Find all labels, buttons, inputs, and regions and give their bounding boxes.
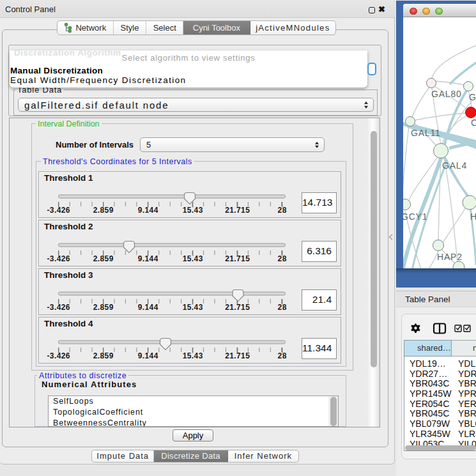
- svg-text:-3.426: -3.426: [47, 303, 70, 312]
- svg-text:21.715: 21.715: [225, 303, 250, 312]
- svg-text:9.144: 9.144: [138, 303, 158, 312]
- svg-text:GAL4: GAL4: [442, 160, 467, 171]
- svg-text:9.144: 9.144: [138, 351, 158, 360]
- svg-text:28: 28: [278, 351, 287, 360]
- svg-text:-3.426: -3.426: [47, 351, 70, 360]
- svg-text:9.144: 9.144: [138, 254, 158, 263]
- svg-text:GCY1: GCY1: [403, 211, 427, 222]
- svg-text:28: 28: [278, 206, 287, 215]
- svg-text:GAL11: GAL11: [411, 128, 441, 138]
- svg-text:2.859: 2.859: [93, 254, 114, 263]
- svg-text:21.715: 21.715: [225, 254, 250, 263]
- svg-text:21.715: 21.715: [225, 351, 250, 360]
- svg-text:28: 28: [278, 254, 287, 263]
- svg-text:15.43: 15.43: [183, 303, 203, 312]
- svg-text:2.859: 2.859: [93, 351, 114, 360]
- svg-text:15.43: 15.43: [183, 206, 203, 215]
- svg-text:GA: GA: [469, 92, 476, 102]
- svg-text:2.859: 2.859: [93, 303, 114, 312]
- svg-text:GAL80: GAL80: [431, 89, 462, 99]
- svg-text:2.859: 2.859: [93, 206, 114, 215]
- svg-text:9.144: 9.144: [138, 206, 158, 215]
- svg-text:28: 28: [278, 303, 287, 312]
- svg-text:HAP2: HAP2: [437, 252, 463, 262]
- svg-text:15.43: 15.43: [183, 351, 203, 360]
- svg-text:-3.426: -3.426: [47, 206, 70, 215]
- svg-text:-3.426: -3.426: [47, 254, 70, 263]
- svg-text:H: H: [470, 211, 476, 222]
- svg-text:15.43: 15.43: [183, 254, 203, 263]
- svg-text:21.715: 21.715: [225, 206, 250, 215]
- svg-text:CY: CY: [471, 118, 476, 128]
